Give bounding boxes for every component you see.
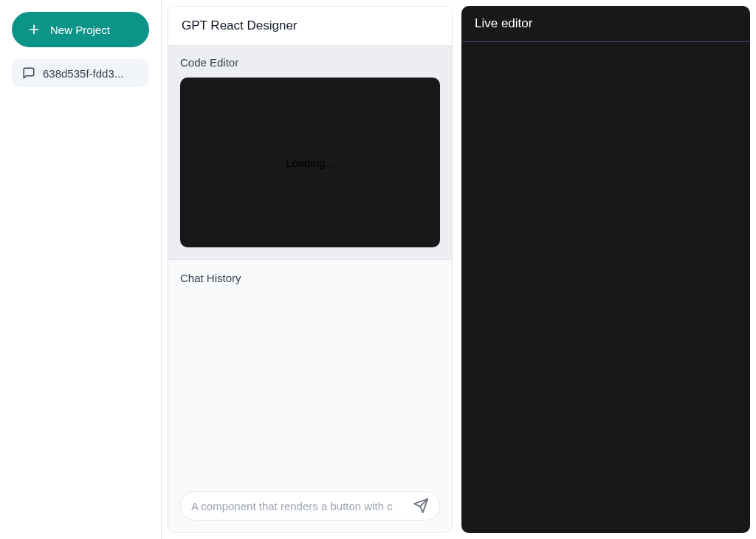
code-editor-section: Code Editor Loading...	[168, 46, 452, 260]
code-editor[interactable]: Loading...	[180, 78, 440, 247]
new-project-button[interactable]: New Project	[12, 12, 149, 47]
send-button[interactable]	[413, 498, 429, 514]
preview-body[interactable]	[461, 42, 750, 533]
chat-history-label: Chat History	[180, 272, 440, 284]
chat-section: Chat History	[168, 260, 452, 532]
send-icon	[413, 498, 429, 514]
sidebar-item-project[interactable]: 638d535f-fdd3...	[12, 59, 149, 87]
chat-history-body	[180, 284, 440, 491]
code-editor-label: Code Editor	[180, 56, 440, 69]
new-project-label: New Project	[50, 24, 110, 36]
code-editor-status: Loading...	[286, 157, 334, 169]
project-item-label: 638d535f-fdd3...	[43, 67, 123, 80]
preview-title: Live editor	[461, 6, 750, 42]
page-title: GPT React Designer	[168, 7, 452, 46]
chat-input[interactable]	[191, 500, 407, 512]
plus-icon	[27, 22, 41, 37]
chat-input-container	[180, 491, 440, 521]
main-area: GPT React Designer Code Editor Loading..…	[162, 0, 756, 539]
center-panel: GPT React Designer Code Editor Loading..…	[168, 6, 453, 533]
sidebar: New Project 638d535f-fdd3...	[0, 0, 162, 539]
preview-panel: Live editor	[461, 6, 750, 533]
chat-icon	[22, 66, 35, 80]
